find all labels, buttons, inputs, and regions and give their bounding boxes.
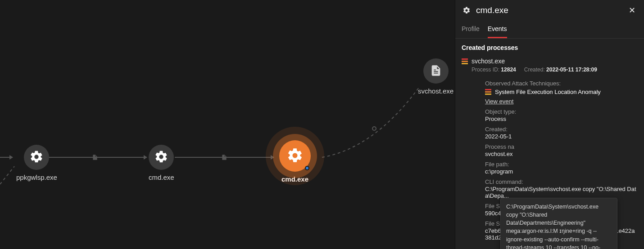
process-name-value: svchost.ex bbox=[485, 151, 638, 157]
gear-icon bbox=[286, 147, 304, 165]
edge-n2-n3 bbox=[0, 0, 455, 249]
tab-events[interactable]: Events bbox=[488, 22, 507, 38]
graph-node-svchost[interactable]: svchost.exe bbox=[418, 58, 454, 95]
cli-label: CLI command: bbox=[485, 178, 638, 185]
gear-icon bbox=[29, 150, 44, 165]
graph-node-ppkgwlsp[interactable]: ppkgwlsp.exe bbox=[16, 145, 57, 181]
gear-icon bbox=[462, 5, 472, 15]
severity-icon bbox=[462, 58, 468, 64]
cli-value: C:\ProgramData\System\svchost.exe copy "… bbox=[485, 186, 638, 199]
created-value: 2022-05-11 17:28:09 bbox=[546, 67, 597, 73]
object-type-value: Process bbox=[485, 116, 638, 122]
process-name-label: Process na bbox=[485, 143, 638, 150]
file-path-value: c:\program bbox=[485, 168, 638, 175]
tab-profile[interactable]: Profile bbox=[462, 22, 480, 38]
graph-node-cmd-1[interactable]: cmd.exe bbox=[149, 145, 174, 181]
graph-node-label: svchost.exe bbox=[418, 87, 454, 95]
panel-tabs: Profile Events bbox=[455, 19, 644, 39]
tooltip: C:\ProgramData\System\svchost.exe copy "… bbox=[500, 198, 617, 249]
document-icon bbox=[430, 64, 442, 78]
status-dot-icon bbox=[305, 166, 309, 170]
graph-node-label: ppkgwlsp.exe bbox=[16, 173, 57, 181]
details-panel: cmd.exe ✕ Profile Events Created process… bbox=[455, 0, 644, 249]
graph-node-label: cmd.exe bbox=[281, 175, 308, 183]
view-event-link[interactable]: View event bbox=[485, 98, 513, 105]
attack-label: Observed Attack Techniques: bbox=[485, 80, 638, 87]
severity-icon bbox=[485, 89, 491, 95]
panel-header: cmd.exe ✕ bbox=[455, 0, 644, 19]
close-button[interactable]: ✕ bbox=[626, 4, 638, 16]
created-label: Created: bbox=[485, 126, 638, 133]
file-path-label: File path: bbox=[485, 161, 638, 168]
pid-value: 12824 bbox=[501, 67, 516, 73]
object-type-label: Object type: bbox=[485, 108, 638, 115]
graph-node-cmd-selected[interactable]: cmd.exe bbox=[279, 140, 311, 183]
section-heading: Created processes bbox=[455, 39, 644, 55]
edge-marker bbox=[372, 126, 376, 131]
created-value: 2022-05-1 bbox=[485, 133, 638, 140]
process-name: svchost.exe bbox=[472, 58, 505, 65]
created-label: Created: bbox=[524, 67, 545, 73]
created-process-row[interactable]: svchost.exe bbox=[455, 55, 644, 66]
process-graph[interactable]: ppkgwlsp.exe cmd.exe cmd.exe svchost.exe bbox=[0, 0, 455, 249]
process-details: Observed Attack Techniques: System File … bbox=[455, 76, 644, 241]
gear-icon bbox=[154, 150, 168, 165]
attack-name: System File Execution Location Anomaly bbox=[495, 89, 601, 95]
panel-title: cmd.exe bbox=[476, 5, 621, 15]
graph-node-label: cmd.exe bbox=[149, 173, 174, 181]
process-meta: Process ID: 12824 Created: 2022-05-11 17… bbox=[455, 66, 644, 76]
pid-label: Process ID: bbox=[472, 67, 499, 73]
